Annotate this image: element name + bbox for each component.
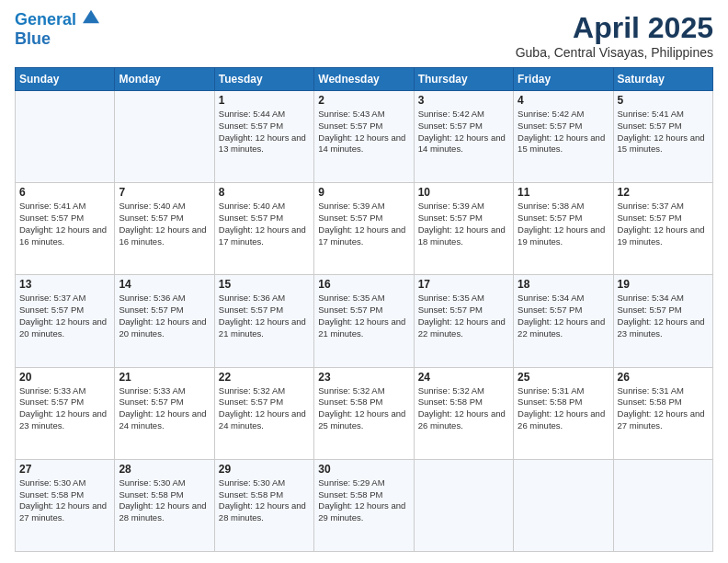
cell-info: Sunrise: 5:41 AMSunset: 5:57 PMDaylight:… [19,201,110,247]
calendar-cell [514,459,613,551]
cell-info: Sunrise: 5:41 AMSunset: 5:57 PMDaylight:… [618,109,709,155]
cell-info: Sunrise: 5:35 AMSunset: 5:57 PMDaylight:… [418,293,509,339]
logo: General Blue [15,11,99,49]
cell-info: Sunrise: 5:29 AMSunset: 5:58 PMDaylight:… [318,477,409,524]
day-header-sunday: Sunday [16,68,115,91]
day-number: 11 [518,186,609,199]
cell-info: Sunrise: 5:35 AMSunset: 5:57 PMDaylight:… [318,293,409,339]
cell-info: Sunrise: 5:31 AMSunset: 5:58 PMDaylight:… [618,385,709,432]
calendar-cell: 27Sunrise: 5:30 AMSunset: 5:58 PMDayligh… [16,459,115,551]
calendar-cell: 10Sunrise: 5:39 AMSunset: 5:57 PMDayligh… [414,183,513,275]
cell-info: Sunrise: 5:33 AMSunset: 5:57 PMDaylight:… [119,385,210,432]
logo-blue: Blue [15,29,99,49]
day-header-thursday: Thursday [414,68,513,91]
day-number: 14 [119,278,210,291]
cell-info: Sunrise: 5:32 AMSunset: 5:58 PMDaylight:… [418,385,509,432]
calendar-cell: 24Sunrise: 5:32 AMSunset: 5:58 PMDayligh… [414,367,513,459]
day-number: 21 [119,371,210,384]
day-header-saturday: Saturday [613,68,712,91]
calendar-cell [414,459,513,551]
day-number: 30 [318,463,409,476]
calendar-cell: 15Sunrise: 5:36 AMSunset: 5:57 PMDayligh… [214,275,313,367]
cell-info: Sunrise: 5:37 AMSunset: 5:57 PMDaylight:… [618,201,709,247]
calendar-cell: 16Sunrise: 5:35 AMSunset: 5:57 PMDayligh… [314,275,414,367]
cell-info: Sunrise: 5:30 AMSunset: 5:58 PMDaylight:… [219,477,310,524]
day-number: 16 [318,278,409,291]
cell-info: Sunrise: 5:30 AMSunset: 5:58 PMDaylight:… [19,477,110,524]
cell-info: Sunrise: 5:32 AMSunset: 5:58 PMDaylight:… [318,385,409,432]
cell-info: Sunrise: 5:39 AMSunset: 5:57 PMDaylight:… [318,201,409,247]
day-number: 17 [418,278,509,291]
calendar-cell: 5Sunrise: 5:41 AMSunset: 5:57 PMDaylight… [613,91,712,183]
calendar-cell: 14Sunrise: 5:36 AMSunset: 5:57 PMDayligh… [115,275,214,367]
header-row: SundayMondayTuesdayWednesdayThursdayFrid… [16,68,713,91]
week-row-2: 6Sunrise: 5:41 AMSunset: 5:57 PMDaylight… [16,183,713,275]
cell-info: Sunrise: 5:30 AMSunset: 5:58 PMDaylight:… [119,477,210,524]
week-row-3: 13Sunrise: 5:37 AMSunset: 5:57 PMDayligh… [16,275,713,367]
calendar-cell: 19Sunrise: 5:34 AMSunset: 5:57 PMDayligh… [613,275,712,367]
calendar-cell: 29Sunrise: 5:30 AMSunset: 5:58 PMDayligh… [214,459,313,551]
calendar-cell: 17Sunrise: 5:35 AMSunset: 5:57 PMDayligh… [414,275,513,367]
calendar-cell: 8Sunrise: 5:40 AMSunset: 5:57 PMDaylight… [214,183,313,275]
cell-info: Sunrise: 5:36 AMSunset: 5:57 PMDaylight:… [219,293,310,339]
cell-info: Sunrise: 5:42 AMSunset: 5:57 PMDaylight:… [418,109,509,155]
day-number: 10 [418,186,509,199]
calendar-cell: 23Sunrise: 5:32 AMSunset: 5:58 PMDayligh… [314,367,414,459]
cell-info: Sunrise: 5:37 AMSunset: 5:57 PMDaylight:… [19,293,110,339]
calendar-cell: 6Sunrise: 5:41 AMSunset: 5:57 PMDaylight… [16,183,115,275]
calendar-cell: 26Sunrise: 5:31 AMSunset: 5:58 PMDayligh… [613,367,712,459]
calendar-cell: 21Sunrise: 5:33 AMSunset: 5:57 PMDayligh… [115,367,214,459]
cell-info: Sunrise: 5:39 AMSunset: 5:57 PMDaylight:… [418,201,509,247]
day-number: 13 [19,278,110,291]
month-year: April 2025 [516,11,713,45]
calendar-cell: 25Sunrise: 5:31 AMSunset: 5:58 PMDayligh… [514,367,613,459]
cell-info: Sunrise: 5:44 AMSunset: 5:57 PMDaylight:… [219,109,310,155]
header: General Blue April 2025 Guba, Central Vi… [15,11,713,60]
day-number: 8 [219,186,310,199]
cell-info: Sunrise: 5:43 AMSunset: 5:57 PMDaylight:… [318,109,409,155]
day-number: 29 [219,463,310,476]
location: Guba, Central Visayas, Philippines [516,45,713,60]
calendar-cell: 1Sunrise: 5:44 AMSunset: 5:57 PMDaylight… [214,91,313,183]
calendar-cell [613,459,712,551]
cell-info: Sunrise: 5:34 AMSunset: 5:57 PMDaylight:… [518,293,609,339]
day-number: 9 [318,186,409,199]
cell-info: Sunrise: 5:40 AMSunset: 5:57 PMDaylight:… [219,201,310,247]
day-number: 3 [418,94,509,107]
title-block: April 2025 Guba, Central Visayas, Philip… [516,11,713,60]
day-number: 18 [518,278,609,291]
day-number: 4 [518,94,609,107]
cell-info: Sunrise: 5:38 AMSunset: 5:57 PMDaylight:… [518,201,609,247]
day-number: 1 [219,94,310,107]
cell-info: Sunrise: 5:40 AMSunset: 5:57 PMDaylight:… [119,201,210,247]
day-number: 2 [318,94,409,107]
cell-info: Sunrise: 5:33 AMSunset: 5:57 PMDaylight:… [19,385,110,432]
day-number: 5 [618,94,709,107]
day-header-tuesday: Tuesday [214,68,313,91]
day-number: 15 [219,278,310,291]
calendar-cell: 3Sunrise: 5:42 AMSunset: 5:57 PMDaylight… [414,91,513,183]
cell-info: Sunrise: 5:31 AMSunset: 5:58 PMDaylight:… [518,385,609,432]
day-number: 26 [618,371,709,384]
cell-info: Sunrise: 5:34 AMSunset: 5:57 PMDaylight:… [618,293,709,339]
calendar-cell: 12Sunrise: 5:37 AMSunset: 5:57 PMDayligh… [613,183,712,275]
calendar-cell: 7Sunrise: 5:40 AMSunset: 5:57 PMDaylight… [115,183,214,275]
calendar-cell [115,91,214,183]
calendar-cell: 20Sunrise: 5:33 AMSunset: 5:57 PMDayligh… [16,367,115,459]
day-number: 19 [618,278,709,291]
day-header-friday: Friday [514,68,613,91]
day-number: 20 [19,371,110,384]
day-number: 27 [19,463,110,476]
day-number: 6 [19,186,110,199]
week-row-5: 27Sunrise: 5:30 AMSunset: 5:58 PMDayligh… [16,459,713,551]
svg-marker-0 [83,10,99,23]
calendar-cell: 11Sunrise: 5:38 AMSunset: 5:57 PMDayligh… [514,183,613,275]
logo-text: General [15,11,99,29]
week-row-4: 20Sunrise: 5:33 AMSunset: 5:57 PMDayligh… [16,367,713,459]
calendar-cell: 22Sunrise: 5:32 AMSunset: 5:57 PMDayligh… [214,367,313,459]
page: General Blue April 2025 Guba, Central Vi… [0,0,728,563]
calendar-cell [16,91,115,183]
calendar-cell: 30Sunrise: 5:29 AMSunset: 5:58 PMDayligh… [314,459,414,551]
day-number: 7 [119,186,210,199]
logo-icon [83,8,99,25]
